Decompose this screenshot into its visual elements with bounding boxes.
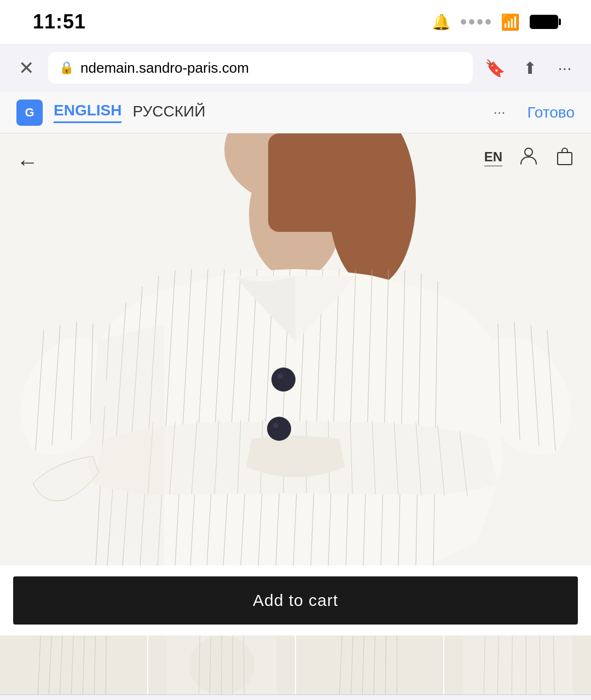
back-arrow-icon: ← (16, 150, 38, 174)
status-bar: 11:51 🔔 📶 (0, 0, 591, 44)
url-text: ndemain.sandro-paris.com (80, 60, 462, 77)
svg-point-50 (267, 417, 291, 441)
add-to-cart-section: Add to cart (0, 565, 591, 635)
product-page: ← EN Add to cart (0, 133, 591, 695)
add-to-cart-button[interactable]: Add to cart (13, 576, 578, 625)
more-options-button[interactable]: ··· (552, 59, 578, 77)
translate-done-button[interactable]: Готово (528, 104, 575, 121)
product-image-area: ← EN (0, 133, 591, 565)
svg-point-53 (525, 148, 532, 156)
svg-point-52 (273, 423, 279, 428)
translate-more-button[interactable]: ··· (494, 104, 506, 121)
thumbnail-strip (0, 635, 591, 695)
product-back-button[interactable]: ← (16, 150, 38, 174)
bell-mute-icon: 🔔 (432, 13, 451, 31)
svg-rect-55 (19, 635, 128, 695)
signal-dots (461, 19, 491, 25)
url-bar[interactable]: 🔒 ndemain.sandro-paris.com (48, 52, 473, 84)
account-icon[interactable] (519, 145, 538, 170)
cart-icon[interactable] (555, 146, 575, 170)
svg-rect-54 (558, 153, 572, 165)
share-icon[interactable]: ⬆ (517, 59, 543, 78)
status-time: 11:51 (33, 10, 86, 33)
browser-close-button[interactable]: ✕ (13, 57, 39, 79)
browser-bar: ✕ 🔒 ndemain.sandro-paris.com 🔖 ⬆ ··· (0, 44, 591, 92)
translate-bar: G ENGLISH РУССКИЙ ··· Готово (0, 92, 591, 133)
lock-icon: 🔒 (59, 61, 74, 75)
battery-icon (530, 15, 558, 29)
thumbnail-1[interactable] (0, 635, 148, 695)
bottom-nav: ← → 2 (0, 695, 591, 700)
svg-point-51 (277, 374, 283, 379)
thumbnail-3[interactable] (296, 635, 444, 695)
thumbnail-4[interactable] (444, 635, 592, 695)
language-badge[interactable]: EN (484, 149, 502, 166)
svg-rect-77 (463, 635, 572, 695)
translate-lang-russian[interactable]: РУССКИЙ (132, 103, 205, 122)
google-translate-icon: G (16, 100, 43, 126)
product-nav-right: EN (484, 145, 575, 170)
product-image (0, 133, 591, 565)
bookmark-icon[interactable]: 🔖 (482, 59, 508, 78)
status-icons: 🔔 📶 (432, 13, 558, 31)
translate-lang-english[interactable]: ENGLISH (54, 102, 121, 123)
wifi-icon: 📶 (501, 13, 520, 31)
thumbnail-2[interactable] (148, 635, 297, 695)
svg-rect-70 (315, 635, 424, 695)
svg-point-49 (271, 368, 296, 392)
